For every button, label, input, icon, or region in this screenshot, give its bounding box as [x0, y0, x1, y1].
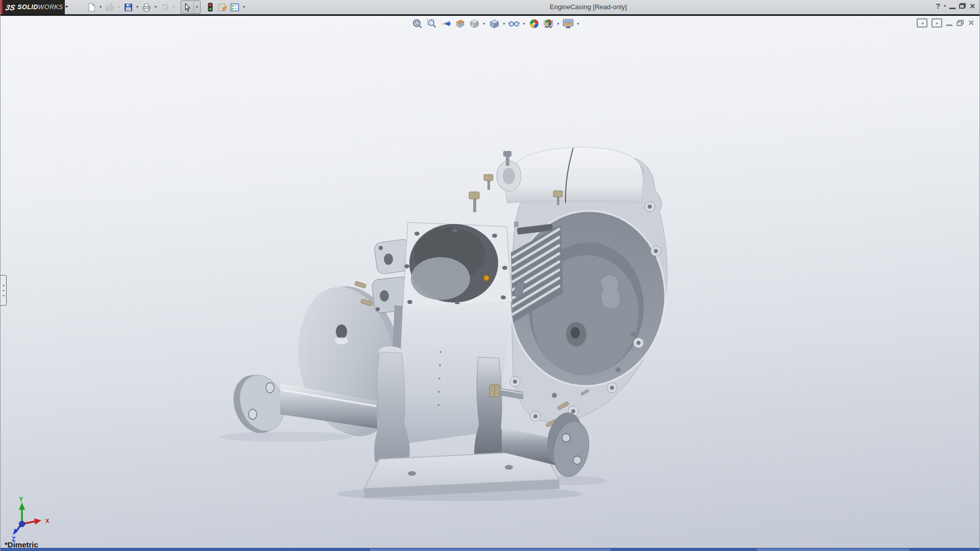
- file-properties-button[interactable]: [217, 2, 228, 13]
- solidworks-logo: 3S SOLIDWORKS: [1, 0, 65, 14]
- apply-scene-button[interactable]: [542, 17, 554, 30]
- undo-dropdown[interactable]: ▾: [171, 2, 177, 13]
- new-document-dropdown[interactable]: ▾: [97, 2, 104, 13]
- open-folder-icon: [105, 3, 114, 11]
- hide-show-items-dropdown[interactable]: ▾: [521, 21, 527, 26]
- zoom-to-fit-button[interactable]: [411, 17, 423, 30]
- eyeglasses-icon: [508, 18, 520, 29]
- help-icon[interactable]: ?: [936, 2, 940, 10]
- view-settings-icon: [562, 18, 574, 29]
- feature-tree-collapsed-tab[interactable]: ◂ ◂ ◂: [1, 275, 7, 306]
- print-button[interactable]: [141, 2, 152, 13]
- reference-triad: Y X Z: [9, 495, 52, 542]
- vertex-marker[interactable]: [484, 276, 489, 281]
- zoom-to-fit-icon: [412, 18, 423, 29]
- logo-text-solid: SOLID: [17, 4, 38, 11]
- save-button[interactable]: [122, 2, 134, 13]
- doc-minimize-button[interactable]: [946, 24, 952, 26]
- triad-x-label: X: [45, 518, 50, 524]
- doc-close-button[interactable]: ✕: [968, 19, 974, 27]
- solidworks-window: 3S SOLIDWORKS ▸ ▾ ▾: [0, 0, 980, 551]
- options-dropdown[interactable]: ▾: [241, 2, 247, 13]
- show-right-pane-button[interactable]: ▸: [932, 18, 942, 28]
- save-dropdown[interactable]: ▾: [134, 2, 140, 13]
- file-properties-icon: [218, 3, 227, 12]
- appearance-ball-icon: [529, 18, 540, 29]
- view-orientation-dropdown[interactable]: ▾: [481, 21, 487, 26]
- document-title: EngineCasing [Read-only]: [550, 3, 627, 11]
- options-button[interactable]: [229, 2, 240, 13]
- dassault-3ds-logo-icon: 3S: [5, 3, 16, 12]
- minimize-button[interactable]: [949, 8, 955, 9]
- section-view-icon: [455, 18, 465, 29]
- collapse-arrow-icon: ◂: [3, 289, 4, 292]
- display-style-icon: [489, 18, 500, 29]
- previous-view-button[interactable]: [439, 17, 452, 30]
- triad-y-label: Y: [19, 496, 23, 503]
- select-button[interactable]: [182, 2, 193, 13]
- display-style-dropdown[interactable]: ▾: [501, 21, 507, 26]
- rebuild-button[interactable]: [205, 2, 216, 13]
- undo-arrow-icon: [160, 3, 169, 11]
- display-style-button[interactable]: [488, 17, 500, 30]
- save-floppy-icon: [124, 3, 133, 12]
- undo-button[interactable]: [159, 2, 170, 13]
- standard-toolbar: ▾ ▾ ▾: [85, 1, 247, 14]
- viewport-3d[interactable]: ▾ ▾ ▾: [1, 16, 979, 551]
- edit-appearance-button[interactable]: [528, 17, 540, 30]
- restore-button[interactable]: [959, 3, 966, 9]
- view-settings-button[interactable]: [562, 17, 574, 30]
- collapse-arrow-icon: ◂: [3, 284, 4, 287]
- section-view-button[interactable]: [454, 17, 466, 30]
- open-button[interactable]: [104, 2, 115, 13]
- collapse-arrow-icon: ◂: [3, 294, 4, 297]
- apply-scene-dropdown[interactable]: ▾: [555, 21, 561, 26]
- options-checklist-icon: [230, 3, 239, 12]
- new-document-icon: [87, 3, 96, 12]
- view-settings-dropdown[interactable]: ▾: [575, 21, 581, 26]
- zoom-to-area-button[interactable]: [425, 17, 437, 30]
- apply-scene-icon: [543, 18, 554, 29]
- zoom-to-area-icon: [426, 18, 437, 29]
- doc-restore-button[interactable]: [957, 20, 964, 26]
- print-dropdown[interactable]: ▾: [153, 2, 159, 13]
- traffic-light-icon: [207, 3, 213, 12]
- cursor-arrow-icon: [184, 3, 191, 12]
- hide-show-items-button[interactable]: [508, 17, 520, 30]
- headsup-view-toolbar: ▾ ▾ ▾: [410, 17, 581, 30]
- select-dropdown[interactable]: ▾: [194, 2, 200, 13]
- cylinder-flange: [403, 222, 512, 307]
- printer-icon: [142, 3, 151, 12]
- engine-casing-model: [1, 16, 980, 551]
- document-window-controls: ◂ ▸ ✕: [917, 18, 974, 28]
- logo-text-works: WORKS: [38, 4, 63, 11]
- view-orientation-icon: [469, 18, 480, 29]
- open-dropdown[interactable]: ▾: [116, 2, 122, 13]
- select-tool-group: ▾: [181, 1, 201, 14]
- show-left-pane-button[interactable]: ◂: [917, 18, 927, 28]
- close-button[interactable]: ✕: [969, 2, 975, 10]
- view-orientation-button[interactable]: [468, 17, 480, 30]
- taskbar-edge: [1, 548, 979, 551]
- title-bar: 3S SOLIDWORKS ▸ ▾ ▾: [1, 0, 979, 16]
- previous-view-icon: [440, 18, 451, 29]
- new-document-button[interactable]: [86, 2, 97, 13]
- help-dropdown[interactable]: ▾: [944, 4, 946, 8]
- menu-flyout-icon[interactable]: ▸: [66, 4, 68, 9]
- window-controls: ? ▾ ✕: [936, 2, 975, 10]
